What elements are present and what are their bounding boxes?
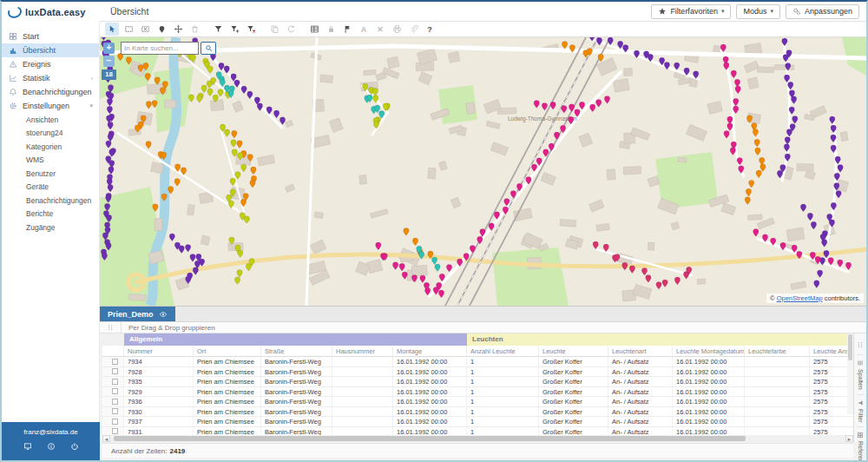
grid-footer: Anzahl der Zeilen: 2419 xyxy=(102,443,853,458)
table-row[interactable]: 7937Prien am ChiemseeBaronin-Ferstl-Weg1… xyxy=(102,417,853,427)
help-tool[interactable]: ? xyxy=(423,23,437,36)
rect-deselect-tool[interactable] xyxy=(138,23,152,36)
filter-tool[interactable] xyxy=(211,23,225,36)
row-checkbox[interactable] xyxy=(112,359,118,365)
modus-button[interactable]: Modus ▾ xyxy=(736,4,780,19)
app-window: luxData.easy Übersicht Filterfavoriten ▾… xyxy=(0,0,868,462)
attachment-tool[interactable] xyxy=(406,23,420,36)
star-icon xyxy=(658,7,667,16)
zoom-out-button[interactable]: − xyxy=(103,56,115,67)
column-header-leuchtenart[interactable]: Leuchtenart xyxy=(608,346,673,357)
scroll-right-arrow[interactable]: ► xyxy=(845,435,853,442)
table-row[interactable]: 7934Prien am ChiemseeBaronin-Ferstl-Weg1… xyxy=(102,357,853,367)
table-row[interactable]: 7936Prien am ChiemseeBaronin-Ferstl-Weg1… xyxy=(102,397,853,407)
map-search-button[interactable] xyxy=(201,42,216,55)
table-row[interactable]: 7928Prien am ChiemseeBaronin-Ferstl-Weg1… xyxy=(102,367,853,378)
sidebar-subitem-berichte[interactable]: Berichte xyxy=(2,208,99,221)
sidebar-item--bersicht[interactable]: Übersicht xyxy=(2,43,99,57)
copy-tool[interactable] xyxy=(267,23,281,36)
delete-tool[interactable] xyxy=(187,23,201,36)
select-tool[interactable] xyxy=(105,23,119,36)
filter-clear-tool[interactable] xyxy=(244,23,258,36)
lock-tool[interactable] xyxy=(324,23,338,36)
print-tool[interactable] xyxy=(390,23,404,36)
top-bar: Übersicht Filterfavoriten ▾ Modus ▾ Anpa… xyxy=(100,2,866,22)
scroll-left-arrow[interactable]: ◄ xyxy=(102,435,110,442)
grid-rows: 7934Prien am ChiemseeBaronin-Ferstl-Weg1… xyxy=(102,357,853,435)
s-grid-icon xyxy=(9,32,17,41)
zoom-in-button[interactable]: + xyxy=(103,43,115,54)
table-tool[interactable] xyxy=(307,23,321,36)
trash-icon xyxy=(190,24,200,34)
sidebar-item-ereignis[interactable]: Ereignis xyxy=(2,57,99,71)
sidebar-subitem-benachrichtigungen[interactable]: Benachrichtigungen xyxy=(2,194,99,208)
refresh-icon xyxy=(286,24,296,34)
anpassungen-button[interactable]: Anpassungen xyxy=(786,4,859,19)
map-canvas[interactable]: Ludwig-Thoma-Gymnasium xyxy=(100,37,866,306)
table-row[interactable]: 7935Prien am ChiemseeBaronin-Ferstl-Weg1… xyxy=(102,377,853,387)
column-header-leuchte[interactable]: Leuchte xyxy=(539,346,608,357)
close-tool[interactable]: ✕ xyxy=(373,23,387,36)
funnel-icon xyxy=(214,24,223,34)
sidebar-item-benachrichtigungen[interactable]: Benachrichtigungen xyxy=(2,85,99,99)
power-icon[interactable] xyxy=(70,442,79,451)
sidebar-subitem-benutzer[interactable]: Benutzer xyxy=(2,167,99,181)
sidebar-item-statistik[interactable]: Statistik› xyxy=(2,71,99,85)
side-tab-filter[interactable]: Filter xyxy=(857,394,864,427)
sidebar-subitem-stoerung24[interactable]: stoerung24 xyxy=(2,127,99,141)
filter-favorites-button[interactable]: Filterfavoriten ▾ xyxy=(651,4,731,19)
clip-icon xyxy=(409,24,418,34)
row-checkbox[interactable] xyxy=(112,388,118,394)
refresh-tool[interactable] xyxy=(284,23,298,36)
column-header-ort[interactable]: Ort xyxy=(194,346,261,357)
column-header-montage[interactable]: Montage xyxy=(393,346,467,357)
group-header-leuchten: Leuchten xyxy=(467,333,853,346)
column-header-stra-e[interactable]: Straße xyxy=(261,346,332,357)
map-view[interactable]: Ludwig-Thoma-Gymnasium + − 18 © OpenStre… xyxy=(100,37,866,306)
bottom-panel: Prien_Demo Per Drag & Drop gruppieren Al… xyxy=(100,306,866,460)
row-checkbox[interactable] xyxy=(112,379,118,385)
s-warn-icon xyxy=(9,60,17,69)
osm-link[interactable]: OpenStreetMap xyxy=(777,294,823,302)
user-box: franz@sixdata.de xyxy=(2,422,100,460)
row-checkbox[interactable] xyxy=(112,419,118,425)
row-checkbox[interactable] xyxy=(112,399,118,405)
sidebar-subitem-kategorien[interactable]: Kategorien xyxy=(2,140,99,154)
side-tab-referenzen[interactable]: Referenzen xyxy=(857,426,864,462)
column-header-anzahl-leuchte[interactable]: Anzahl Leuchte xyxy=(467,346,539,357)
pin-icon xyxy=(157,24,167,34)
sidebar-subitem-ger-te[interactable]: Geräte xyxy=(2,181,99,195)
group-by-hint-row[interactable]: Per Drag & Drop gruppieren xyxy=(100,322,866,333)
rect-select-tool[interactable] xyxy=(122,23,135,36)
sidebar-subitem-wms[interactable]: WMS xyxy=(2,154,99,168)
sidebar-subitem-ansichten[interactable]: Ansichten xyxy=(2,113,99,127)
row-checkbox[interactable] xyxy=(112,408,118,414)
row-checkbox[interactable] xyxy=(112,368,118,374)
table-row[interactable]: 7930Prien am ChiemseeBaronin-Ferstl-Weg1… xyxy=(102,407,853,418)
sidebar-subitem-zug-nge[interactable]: Zugänge xyxy=(2,221,99,234)
row-checkbox[interactable] xyxy=(112,428,118,434)
marker-tool[interactable] xyxy=(155,23,168,36)
table-row[interactable]: 7929Prien am ChiemseeBaronin-Ferstl-Weg1… xyxy=(102,387,853,398)
info-icon[interactable] xyxy=(47,442,56,451)
eye-icon[interactable] xyxy=(159,310,168,319)
sidebar-item-einstellungen[interactable]: Einstellungen▾ xyxy=(2,99,99,113)
column-header-nummer[interactable]: Nummer xyxy=(124,346,194,357)
tab-prien-demo[interactable]: Prien_Demo xyxy=(100,307,175,321)
label-tool[interactable]: A xyxy=(357,23,371,36)
sidebar-item-start[interactable]: Start xyxy=(2,30,99,43)
map-search-input[interactable] xyxy=(121,42,199,55)
filter-add-tool[interactable] xyxy=(227,23,241,36)
column-header-leuchte-montagedatum[interactable]: Leuchte Montagedatum xyxy=(673,346,745,357)
map-search xyxy=(121,42,216,55)
grid-horizontal-scrollbar[interactable]: ◄ ► xyxy=(102,435,853,442)
monitor-icon[interactable] xyxy=(23,442,32,451)
table-row[interactable]: 7931Prien am ChiemseeBaronin-Ferstl-Weg1… xyxy=(102,427,853,436)
grid-vertical-scrollbar[interactable] xyxy=(847,333,853,414)
side-tab-spalten[interactable]: Spalten xyxy=(857,354,864,394)
move-tool[interactable] xyxy=(171,23,185,36)
column-header-leuchtefarbe[interactable]: Leuchtefarbe xyxy=(745,346,810,357)
column-header-hausnummer[interactable]: Hausnummer xyxy=(332,346,393,357)
scroll-thumb[interactable] xyxy=(114,436,746,441)
flag-tool[interactable] xyxy=(340,23,354,36)
